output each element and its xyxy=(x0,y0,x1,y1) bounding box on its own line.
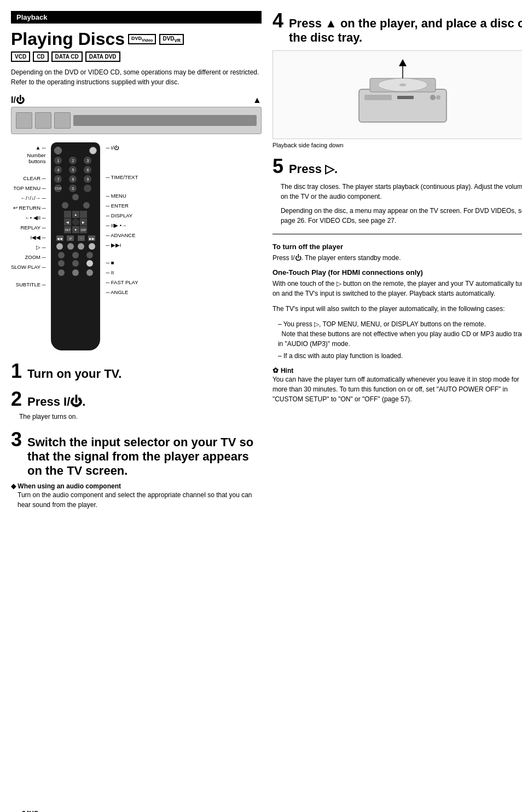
remote-btn-4[interactable]: 4 xyxy=(54,166,62,174)
label-number-buttons: Numberbuttons xyxy=(11,152,45,164)
remote-play-btn[interactable] xyxy=(58,252,65,258)
step-4-block: 4 Press ▲ on the player, and place a dis… xyxy=(272,11,522,148)
remote-next-btn[interactable]: ▶▶ xyxy=(88,235,95,241)
remote-menu-row xyxy=(54,202,97,209)
remote-fast-btn[interactable] xyxy=(86,260,93,267)
label-spacer-r1 xyxy=(106,152,138,172)
label-spacer-r3 xyxy=(106,250,138,257)
step-1-title: Turn on your TV. xyxy=(27,367,121,381)
hdmi-section: One-Touch Play (for HDMI connections onl… xyxy=(272,268,522,361)
badge-vcd: VCD xyxy=(11,51,30,62)
label-enter-right: ─ ENTER xyxy=(106,200,138,210)
title-row: Playing Discs DVDVideo DVDVR xyxy=(11,29,262,49)
badge-dvdvideo: DVDVideo xyxy=(128,34,156,44)
svg-point-3 xyxy=(399,84,406,86)
remote-color-btns xyxy=(54,243,97,250)
remote-btn-clear[interactable]: CLR xyxy=(54,185,62,192)
label-fast-right: ─ FAST PLAY xyxy=(106,277,138,287)
remote-btn-3[interactable]: 3 xyxy=(84,157,91,164)
step-4-number: 4 xyxy=(272,11,283,31)
step-1-number: 1 xyxy=(11,361,22,381)
remote-labels-left: ▲ ─ Numberbuttons CLEAR ─ TOP MENU ─ ←/↑… xyxy=(11,142,45,350)
remote-dpad-display[interactable]: DSP xyxy=(80,226,87,233)
section-divider-1 xyxy=(272,234,522,234)
remote-angle-btn[interactable] xyxy=(72,269,79,276)
disc-tray-svg xyxy=(348,56,457,133)
remote-pause-btn[interactable] xyxy=(86,252,93,258)
remote-btn-6[interactable]: 6 xyxy=(84,166,91,174)
label-prev-track: I◀◀ ─ xyxy=(11,232,45,242)
remote-color-btn-2[interactable] xyxy=(67,243,74,250)
remote-replay-btn[interactable]: ↺ xyxy=(67,235,74,241)
player-chassis xyxy=(11,107,262,134)
svg-point-7 xyxy=(436,95,440,100)
remote-color-btn-1[interactable] xyxy=(56,243,63,250)
label-next-right: ─ ▶▶I xyxy=(106,240,138,250)
svg-point-6 xyxy=(430,95,436,100)
remote-transport-row1: ◀◀ ↺ → ▶▶ xyxy=(54,235,97,241)
label-power-right: ─ I/⏻ xyxy=(106,142,138,152)
hdmi-title: One-Touch Play (for HDMI connections onl… xyxy=(272,268,522,277)
remote-dpad-return[interactable]: RET xyxy=(64,226,71,233)
step-1-block: 1 Turn on your TV. xyxy=(11,361,262,381)
remote-color-btn-4[interactable] xyxy=(89,243,95,250)
turn-off-body: Press I/⏻. The player enters standby mod… xyxy=(272,253,522,263)
remote-dpad-right[interactable]: ▶ xyxy=(80,218,87,226)
step-2-block: 2 Press I/⏻. The player turns on. xyxy=(11,389,262,422)
remote-color-btn-3[interactable] xyxy=(78,243,84,250)
remote-prev-btn[interactable]: ◀◀ xyxy=(56,235,63,241)
label-top-menu: TOP MENU ─ xyxy=(11,183,45,193)
remote-zoom-row xyxy=(54,260,97,267)
label-clear: CLEAR ─ xyxy=(11,173,45,183)
remote-dpad-empty-tr xyxy=(80,211,87,218)
remote-btn-8[interactable]: 8 xyxy=(69,175,77,183)
remote-slow-btn[interactable] xyxy=(72,260,79,267)
remote-dpad-enter[interactable] xyxy=(72,218,79,226)
label-slow-play: SLOW PLAY ─ xyxy=(11,262,45,272)
remote-dpad-left[interactable]: ◀ xyxy=(64,218,71,226)
hdmi-body-auto: The TV's input will also switch to the p… xyxy=(272,304,522,314)
disc-tray-image xyxy=(272,50,522,139)
svg-rect-0 xyxy=(359,89,446,122)
section-header: Playback xyxy=(11,11,262,24)
chassis-btn-1 xyxy=(16,112,32,129)
svg-marker-8 xyxy=(399,59,407,66)
label-subtitle: SUBTITLE ─ xyxy=(11,279,45,289)
remote-btn-0[interactable]: 0 xyxy=(69,185,77,192)
remote-dpad-up[interactable]: ▲ xyxy=(72,211,79,218)
remote-extra-btn[interactable] xyxy=(86,269,93,276)
step-4-title: Press ▲ on the player, and place a disc … xyxy=(289,16,522,45)
svg-rect-4 xyxy=(364,95,392,100)
remote-eject-btn[interactable] xyxy=(54,147,62,154)
remote-btn-5[interactable]: 5 xyxy=(69,166,77,174)
turn-off-section: To turn off the player Press I/⏻. The pl… xyxy=(272,243,522,263)
remote-btn-2[interactable]: 2 xyxy=(69,157,77,164)
remote-power-btn[interactable] xyxy=(89,147,97,154)
hdmi-list-item-1: – You press ▷, TOP MENU, MENU, or DISPLA… xyxy=(278,319,522,349)
chassis-btn-2 xyxy=(35,112,51,129)
remote-btn-7[interactable]: 7 xyxy=(54,175,62,183)
step-5-title: Press ▷. xyxy=(289,162,338,176)
label-pause-right: ─ II xyxy=(106,267,138,277)
remote-zoom-btn[interactable] xyxy=(58,260,65,267)
label-menu-right: ─ MENU xyxy=(106,191,138,200)
remote-stop-btn[interactable] xyxy=(72,252,79,258)
remote-btn-extra[interactable] xyxy=(84,185,91,192)
step-2-number: 2 xyxy=(11,389,22,409)
remote-top-menu-btn[interactable] xyxy=(62,202,68,209)
step-2-title: Press I/⏻. xyxy=(27,395,85,409)
remote-btn-9[interactable]: 9 xyxy=(84,175,91,183)
remote-dpad-down[interactable]: ▼ xyxy=(72,226,79,233)
label-display-right: ─ DISPLAY xyxy=(106,210,138,220)
remote-eject-power-row xyxy=(54,147,97,154)
remote-dpad: ▲ ◀ ▶ RET ▼ DSP xyxy=(64,211,87,233)
remote-subtitle-btn[interactable] xyxy=(58,269,65,276)
remote-menu-btn[interactable] xyxy=(83,202,90,209)
page-title: Playing Discs xyxy=(11,29,125,49)
page-number: 24US xyxy=(22,810,38,812)
remote-btn-1[interactable]: 1 xyxy=(54,157,62,164)
remote-time-text-btn[interactable] xyxy=(72,194,79,200)
remote-advance-btn[interactable]: → xyxy=(78,235,85,241)
remote-control-body: 1 2 3 4 5 6 7 8 9 CLR 0 xyxy=(51,142,100,350)
badge-dvdvr: DVDVR xyxy=(159,34,184,45)
